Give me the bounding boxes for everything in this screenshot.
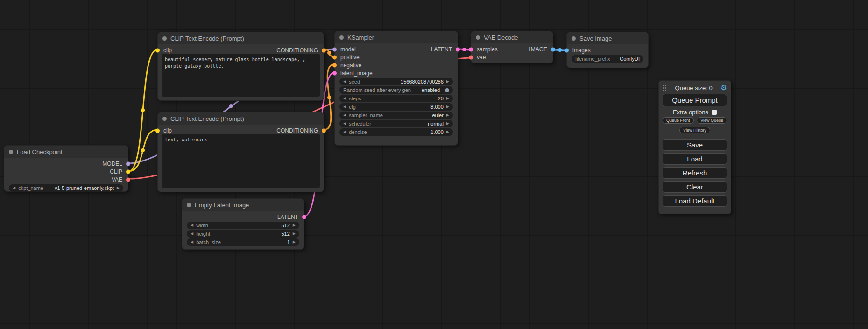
node-ksampler[interactable]: KSampler model LATENT positive negative … [334,31,458,146]
load-default-button[interactable]: Load Default [663,195,727,207]
collapse-dot-icon[interactable] [476,35,480,40]
output-dot-model[interactable] [126,161,130,166]
input-dot-clip[interactable] [155,48,160,52]
node-title-bar[interactable]: CLIP Text Encode (Prompt) [158,112,324,125]
extra-options-checkbox[interactable] [712,110,717,115]
node-clip-text-encode-negative[interactable]: CLIP Text Encode (Prompt) clip CONDITION… [157,112,324,192]
random-seed-toggle[interactable]: Random seed after every gen enabled [339,86,453,94]
wire-midpoint-dot-samples[interactable] [462,48,466,51]
node-load-checkpoint[interactable]: Load Checkpoint MODEL CLIP VAE ◀ ckpt_na… [4,145,128,192]
input-dot-model[interactable] [332,47,337,51]
output-dot-latent[interactable] [302,215,306,219]
prev-value-icon[interactable]: ◀ [13,186,15,190]
prev-value-icon[interactable]: ◀ [343,130,346,134]
input-dot-positive[interactable] [332,55,337,59]
prev-value-icon[interactable]: ◀ [343,80,346,84]
batch-size-widget[interactable]: ◀ batch_size 1 ▶ [187,238,299,246]
prev-value-icon[interactable]: ◀ [191,232,193,236]
input-label-positive: positive [340,54,360,61]
wire-midpoint-dot-model[interactable] [229,104,233,108]
wire-midpoint-dot-positive[interactable] [327,51,331,55]
prev-value-icon[interactable]: ◀ [343,113,346,117]
node-title-bar[interactable]: Empty Latent Image [182,199,304,211]
cfg-widget[interactable]: ◀ cfg 8.000 ▶ [339,103,453,111]
view-history-button[interactable]: View History [679,127,710,133]
next-value-icon[interactable]: ▶ [446,130,449,134]
scheduler-widget[interactable]: ◀ scheduler normal ▶ [339,120,453,127]
next-value-icon[interactable]: ▶ [446,97,449,100]
node-clip-text-encode-positive[interactable]: CLIP Text Encode (Prompt) clip CONDITION… [157,32,324,101]
output-dot-latent[interactable] [456,47,460,51]
node-title-bar[interactable]: VAE Decode [471,31,553,43]
prev-value-icon[interactable]: ◀ [191,224,193,227]
prev-value-icon[interactable]: ◀ [343,122,346,126]
input-dot-samples[interactable] [469,47,473,51]
output-dot-conditioning[interactable] [322,48,326,52]
toggle-dot[interactable] [445,88,449,92]
prev-value-icon[interactable]: ◀ [343,97,346,100]
height-widget[interactable]: ◀ height 512 ▶ [187,230,299,238]
collapse-dot-icon[interactable] [162,117,167,121]
collapse-dot-icon[interactable] [339,35,344,40]
slot-row: clip CONDITIONING [158,126,324,134]
output-dot-vae[interactable] [126,177,130,182]
wire-midpoint-dot-image[interactable] [558,48,562,52]
prev-value-icon[interactable]: ◀ [343,105,346,109]
collapse-dot-icon[interactable] [572,36,576,41]
collapse-dot-icon[interactable] [187,203,191,207]
prompt-textarea[interactable]: text, watermark [162,134,320,188]
seed-widget[interactable]: ◀ seed 156680208700286 ▶ [339,78,453,85]
prev-value-icon[interactable]: ◀ [191,240,193,244]
input-dot-negative[interactable] [332,63,337,67]
next-value-icon[interactable]: ▶ [293,224,296,227]
queue-front-button[interactable]: Queue Front [663,117,694,124]
input-dot-images[interactable] [565,48,569,52]
output-label-latent: LATENT [431,46,452,53]
wire-midpoint-dot-clip-1[interactable] [141,108,145,112]
next-value-icon[interactable]: ▶ [293,232,296,236]
collapse-dot-icon[interactable] [162,36,167,41]
width-widget[interactable]: ◀ width 512 ▶ [187,222,299,229]
node-vae-decode[interactable]: VAE Decode samples IMAGE vae [471,31,553,63]
output-dot-conditioning[interactable] [322,128,326,133]
prompt-textarea[interactable]: beautiful scenery nature glass bottle la… [162,54,320,97]
clear-button[interactable]: Clear [663,181,727,193]
ckpt-name-widget[interactable]: ◀ ckpt_name v1-5-pruned-emaonly.ckpt ▶ [9,184,123,192]
settings-gear-icon[interactable]: ⚙ [721,84,727,92]
next-value-icon[interactable]: ▶ [446,80,449,84]
sampler-name-widget[interactable]: ◀ sampler_name euler ▶ [339,112,453,119]
output-dot-image[interactable] [551,47,555,51]
node-graph-canvas[interactable]: Load Checkpoint MODEL CLIP VAE ◀ ckpt_na… [0,0,868,329]
denoise-widget[interactable]: ◀ denoise 1.000 ▶ [339,128,453,136]
queue-prompt-button[interactable]: Queue Prompt [663,94,727,106]
node-empty-latent-image[interactable]: Empty Latent Image LATENT ◀ width 512 ▶ … [182,198,304,250]
input-dot-vae[interactable] [469,55,473,59]
widget-label: height [196,231,210,237]
wire-midpoint-dot-negative[interactable] [327,96,331,99]
output-label-conditioning: CONDITIONING [276,127,318,134]
save-button[interactable]: Save [663,139,727,151]
filename-prefix-widget[interactable]: filename_prefix ComfyUI [572,55,643,63]
node-title-bar[interactable]: KSampler [335,31,458,43]
next-value-icon[interactable]: ▶ [446,105,449,109]
input-dot-clip[interactable] [155,128,160,133]
next-value-icon[interactable]: ▶ [446,113,449,117]
widget-label: ckpt_name [18,185,43,191]
drag-handle-icon[interactable]: ⣿ [663,84,667,91]
load-button[interactable]: Load [663,153,727,165]
steps-widget[interactable]: ◀ steps 20 ▶ [339,95,453,102]
next-value-icon[interactable]: ▶ [446,122,449,126]
output-dot-clip[interactable] [126,169,130,174]
next-value-icon[interactable]: ▶ [117,186,120,190]
wire-midpoint-dot-clip-2[interactable] [141,148,145,152]
node-title-bar[interactable]: CLIP Text Encode (Prompt) [158,32,324,44]
next-value-icon[interactable]: ▶ [293,240,296,244]
collapse-dot-icon[interactable] [9,150,13,154]
view-queue-button[interactable]: View Queue [697,117,727,124]
node-title-bar[interactable]: Save Image [567,32,648,44]
node-save-image[interactable]: Save Image images filename_prefix ComfyU… [566,32,649,68]
slot-row: negative [335,61,458,69]
refresh-button[interactable]: Refresh [663,167,727,179]
node-title-bar[interactable]: Load Checkpoint [4,146,128,158]
input-dot-latent-image[interactable] [332,71,337,75]
